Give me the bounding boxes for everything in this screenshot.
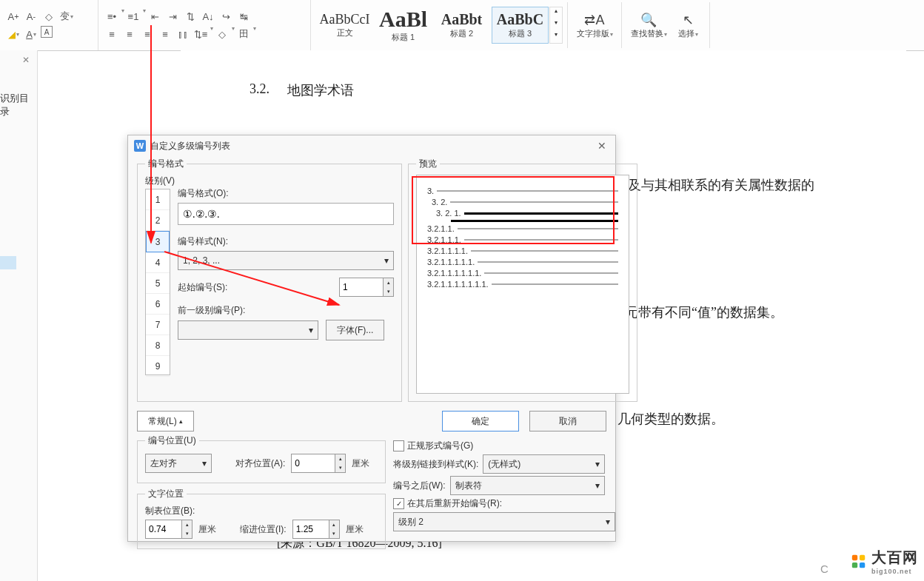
borders-icon[interactable]: 田 bbox=[235, 26, 252, 42]
font-color-icon[interactable]: A▾ bbox=[23, 26, 39, 42]
clear-format-icon[interactable]: ◇ bbox=[41, 8, 57, 24]
distribute-icon[interactable]: ⫿⫿ bbox=[175, 26, 191, 42]
phonetic-icon[interactable]: 变▾ bbox=[58, 8, 75, 24]
ribbon: A+A-◇变▾ ◢▾A▾A ≡•▾≡1▾⇤⇥⇅A↓↪↹ ≡≡≡≡⫿⫿⇅≡▾◇▾田… bbox=[0, 0, 924, 51]
bullets-icon[interactable]: ≡• bbox=[104, 8, 120, 24]
sidebar: ✕ 识别目录 bbox=[0, 50, 38, 51]
style-h2[interactable]: AaBbt标题 2 bbox=[433, 7, 490, 44]
select-button[interactable]: ↖选择▾ bbox=[671, 3, 705, 47]
highlight-icon[interactable]: ◢▾ bbox=[5, 26, 21, 42]
ltr-icon[interactable]: A↓ bbox=[200, 8, 216, 24]
style-h3[interactable]: AaBbC标题 3 bbox=[492, 7, 549, 44]
style-gallery: AaBbCcI正文 AaBl标题 1 AaBbt标题 2 AaBbC标题 3 ▴… bbox=[311, 2, 568, 48]
style-down-icon[interactable]: ▾ bbox=[550, 19, 562, 31]
inc-indent-icon[interactable]: ⇥ bbox=[164, 8, 181, 24]
numbering-icon[interactable]: ≡1 bbox=[125, 8, 141, 24]
text-layout-button[interactable]: ⇄A文字排版▾ bbox=[572, 3, 617, 47]
sort-icon[interactable]: ⇅ bbox=[182, 8, 198, 24]
line-spacing-icon[interactable]: ⇅≡ bbox=[192, 26, 209, 42]
align-justify-icon[interactable]: ≡ bbox=[157, 26, 173, 42]
font-size-dec-icon[interactable]: A- bbox=[23, 8, 39, 24]
text-layout-icon: ⇄A bbox=[584, 12, 604, 28]
search-icon: 🔍 bbox=[640, 12, 657, 28]
select-icon: ↖ bbox=[683, 12, 694, 28]
shading-icon[interactable]: ◇ bbox=[214, 26, 230, 42]
style-more-icon[interactable]: ▾ bbox=[550, 31, 562, 43]
align-left-icon[interactable]: ≡ bbox=[104, 26, 120, 42]
document-area: 3.2.地图学术语 据及与其相联系的有关属性数据的 单元带有不同“值”的数据集。… bbox=[181, 50, 906, 51]
dec-indent-icon[interactable]: ⇤ bbox=[147, 8, 163, 24]
style-normal[interactable]: AaBbCcI正文 bbox=[316, 7, 373, 44]
find-replace-button[interactable]: 🔍查找替换▾ bbox=[626, 3, 671, 47]
style-up-icon[interactable]: ▴ bbox=[550, 7, 562, 19]
style-h1[interactable]: AaBl标题 1 bbox=[375, 7, 432, 44]
rtl-icon[interactable]: ↪ bbox=[218, 8, 234, 24]
tab-icon[interactable]: ↹ bbox=[235, 8, 252, 24]
align-right-icon[interactable]: ≡ bbox=[139, 26, 155, 42]
align-center-icon[interactable]: ≡ bbox=[121, 26, 138, 42]
char-border-icon[interactable]: A bbox=[41, 26, 53, 38]
font-size-inc-icon[interactable]: A+ bbox=[5, 8, 21, 24]
